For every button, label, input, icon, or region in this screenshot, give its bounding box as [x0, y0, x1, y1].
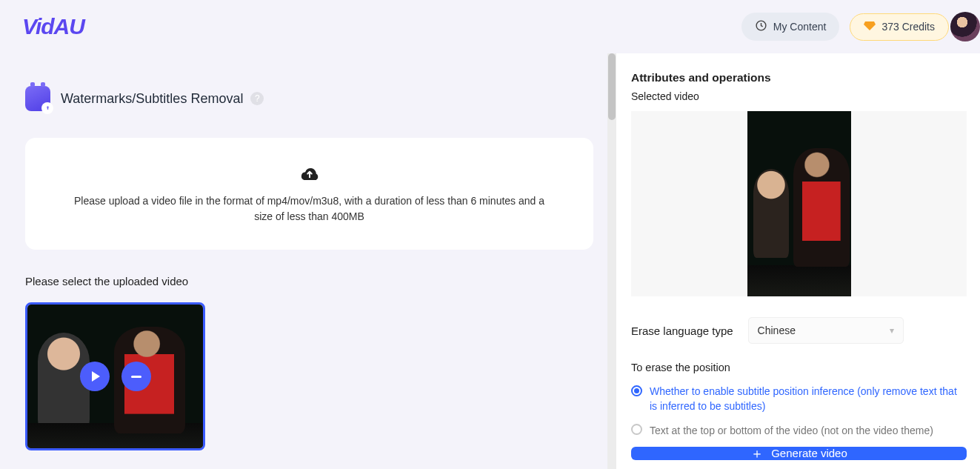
page-title-row: Watermarks/Subtitles Removal ?: [25, 86, 593, 111]
radio-icon: [631, 424, 642, 435]
generate-video-button[interactable]: ＋ Generate video: [631, 447, 967, 460]
scrollbar-thumb[interactable]: [608, 53, 616, 120]
erase-option-topbottom[interactable]: Text at the top or bottom of the video (…: [631, 423, 964, 438]
erase-language-label: Erase language type: [631, 325, 733, 337]
chevron-down-icon: ▾: [890, 325, 894, 336]
erase-language-value: Chinese: [758, 325, 796, 336]
upload-badge-icon: [41, 102, 53, 114]
tool-icon: [25, 86, 50, 111]
help-icon[interactable]: ?: [250, 92, 264, 105]
erase-option-inference[interactable]: Whether to enable subtitle position infe…: [631, 384, 964, 414]
logo[interactable]: VidAU: [22, 14, 84, 39]
my-content-label: My Content: [773, 21, 827, 33]
select-uploaded-label: Please select the uploaded video: [25, 275, 593, 287]
erase-language-row: Erase language type Chinese ▾: [631, 317, 967, 344]
play-icon: [92, 371, 100, 382]
upload-box[interactable]: Please upload a video file in the format…: [25, 138, 593, 250]
minus-icon: [131, 376, 141, 378]
cloud-upload-icon: [70, 163, 549, 184]
preview-image: [747, 111, 851, 296]
right-panel: Attributes and operations Selected video…: [616, 53, 980, 469]
generate-label: Generate video: [771, 447, 847, 459]
header: VidAU My Content 373 Credits: [0, 0, 980, 53]
page-title: Watermarks/Subtitles Removal: [61, 91, 243, 107]
header-right: My Content 373 Credits: [741, 12, 962, 41]
avatar[interactable]: [950, 12, 980, 41]
radio-icon: [631, 385, 642, 396]
diamond-icon: [864, 21, 876, 33]
left-panel: Watermarks/Subtitles Removal ? Please up…: [0, 53, 616, 469]
upload-instructions: Please upload a video file in the format…: [70, 193, 549, 224]
radio-label: Whether to enable subtitle position infe…: [650, 384, 964, 414]
remove-button[interactable]: [121, 362, 151, 391]
selected-video-label: Selected video: [631, 90, 976, 102]
plus-icon: ＋: [750, 447, 764, 460]
main: Watermarks/Subtitles Removal ? Please up…: [0, 53, 980, 469]
credits-label: 373 Credits: [881, 21, 935, 33]
selected-video-preview[interactable]: [631, 111, 967, 296]
clock-icon: [755, 19, 767, 34]
attributes-title: Attributes and operations: [631, 71, 976, 84]
play-button[interactable]: [80, 362, 110, 391]
uploaded-video-thumb[interactable]: [25, 302, 205, 450]
thumb-controls: [80, 362, 151, 391]
radio-label: Text at the top or bottom of the video (…: [650, 423, 933, 438]
my-content-button[interactable]: My Content: [741, 13, 840, 41]
erase-position-title: To erase the position: [631, 362, 976, 373]
credits-button[interactable]: 373 Credits: [850, 13, 949, 41]
erase-language-select[interactable]: Chinese ▾: [748, 317, 904, 344]
